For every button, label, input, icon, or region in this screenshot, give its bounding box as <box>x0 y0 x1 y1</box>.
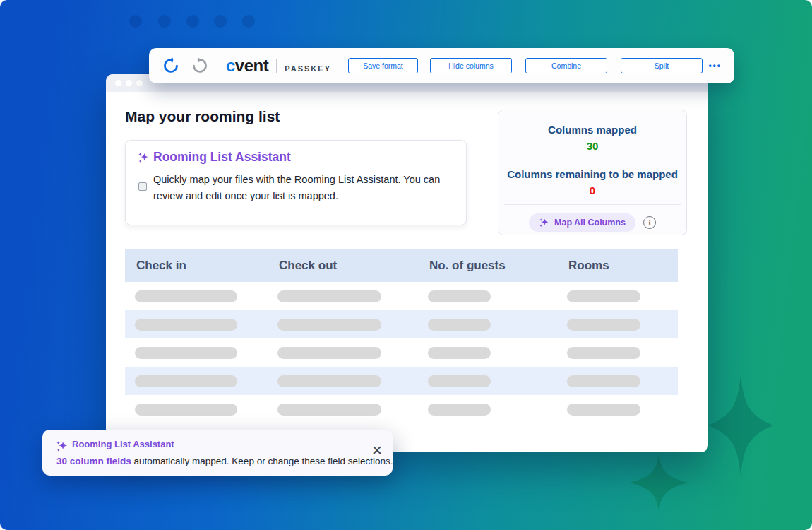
background-dot <box>158 15 171 28</box>
table-row <box>125 310 678 338</box>
toast-title: Rooming List Assistant <box>72 439 174 449</box>
window-control-dot <box>115 80 121 86</box>
cell-placeholder <box>277 404 381 416</box>
redo-icon <box>191 57 208 74</box>
mapping-summary-panel: Columns mapped 30 Columns remaining to b… <box>498 110 687 235</box>
brand-lockup: cvent PASSKEY <box>226 56 331 76</box>
cell-placeholder <box>277 290 381 302</box>
toolbar: cvent PASSKEY Save format Hide columns C… <box>149 48 734 83</box>
split-button[interactable]: Split <box>621 58 703 73</box>
cell-placeholder <box>567 347 640 359</box>
columns-remaining-label: Columns remaining to be mapped <box>498 168 686 180</box>
window-control-dot <box>126 80 132 86</box>
window-control-dot <box>136 80 143 86</box>
background-dot <box>242 15 255 28</box>
cell-placeholder <box>277 347 381 359</box>
table-row <box>125 338 678 367</box>
map-all-columns-button[interactable]: Map All Columns <box>529 213 635 232</box>
cell-placeholder <box>428 347 491 359</box>
divider <box>504 204 681 205</box>
assistant-checkbox[interactable] <box>138 182 147 191</box>
cell-placeholder <box>567 404 640 416</box>
toast-message-text: automatically mapped. Keep or change the… <box>131 456 393 466</box>
cell-placeholder <box>428 290 491 302</box>
toolbar-buttons: Save format Hide columns Combine Split <box>348 58 703 73</box>
table-header-row: Check in Check out No. of guests Rooms <box>125 249 678 282</box>
cell-placeholder <box>277 319 381 331</box>
sparkle-icon <box>138 152 150 164</box>
cell-placeholder <box>428 319 491 331</box>
sparkle-decoration-small-icon <box>629 454 688 511</box>
summary-actions: Map All Columns <box>498 213 686 232</box>
columns-remaining-value: 0 <box>498 184 686 196</box>
assistant-card: Rooming List Assistant Quickly map your … <box>125 140 467 225</box>
assistant-card-title: Rooming List Assistant <box>153 150 291 165</box>
cell-placeholder <box>277 375 381 387</box>
cell-placeholder <box>428 404 491 416</box>
column-header-check-out[interactable]: Check out <box>268 259 418 273</box>
more-options-button[interactable]: ••• <box>708 61 722 71</box>
redo-button[interactable] <box>191 57 209 75</box>
toast-message: 30 column fields automatically mapped. K… <box>56 456 393 466</box>
map-all-columns-label: Map All Columns <box>554 218 626 228</box>
undo-icon <box>162 57 179 74</box>
brand-divider <box>276 59 277 73</box>
hide-columns-button[interactable]: Hide columns <box>430 58 512 73</box>
cell-placeholder <box>135 404 237 416</box>
cell-placeholder <box>135 375 237 387</box>
screenshot-stage: cvent PASSKEY Save format Hide columns C… <box>0 0 812 530</box>
columns-mapped-label: Columns mapped <box>498 124 686 136</box>
info-icon[interactable] <box>643 216 656 229</box>
background-dot <box>214 15 227 28</box>
background-dot <box>186 15 199 28</box>
undo-button[interactable] <box>162 57 180 75</box>
cell-placeholder <box>567 375 640 387</box>
column-header-no-of-guests[interactable]: No. of guests <box>418 259 557 273</box>
cell-placeholder <box>567 290 640 302</box>
columns-mapped-value: 30 <box>498 140 686 152</box>
assistant-card-description: Quickly map your files with the Rooming … <box>153 172 455 205</box>
save-format-button[interactable]: Save format <box>348 58 418 73</box>
table-row <box>125 367 678 395</box>
column-header-check-in[interactable]: Check in <box>125 259 268 273</box>
column-header-rooms[interactable]: Rooms <box>557 259 678 273</box>
cell-placeholder <box>567 319 640 331</box>
cell-placeholder <box>135 347 237 359</box>
cvent-logo: cvent <box>226 56 268 76</box>
table-body <box>125 282 678 423</box>
sparkle-icon <box>539 218 549 228</box>
cell-placeholder <box>135 290 237 302</box>
assistant-toast: Rooming List Assistant 30 column fields … <box>42 430 393 476</box>
close-icon[interactable]: ✕ <box>371 444 383 457</box>
product-name: PASSKEY <box>285 64 331 73</box>
background-dot <box>129 15 142 28</box>
table-row <box>125 282 678 310</box>
divider <box>504 160 681 160</box>
cell-placeholder <box>135 319 237 331</box>
rooming-list-table: Check in Check out No. of guests Rooms <box>125 249 678 423</box>
combine-button[interactable]: Combine <box>525 58 607 73</box>
toast-highlight: 30 column fields <box>56 456 131 466</box>
app-window: Map your rooming list Rooming List Assis… <box>106 74 708 452</box>
cell-placeholder <box>428 375 491 387</box>
sparkle-icon <box>56 440 68 453</box>
table-row <box>125 395 678 423</box>
page-title: Map your rooming list <box>125 108 280 125</box>
sparkle-decoration-large-icon <box>708 374 773 477</box>
